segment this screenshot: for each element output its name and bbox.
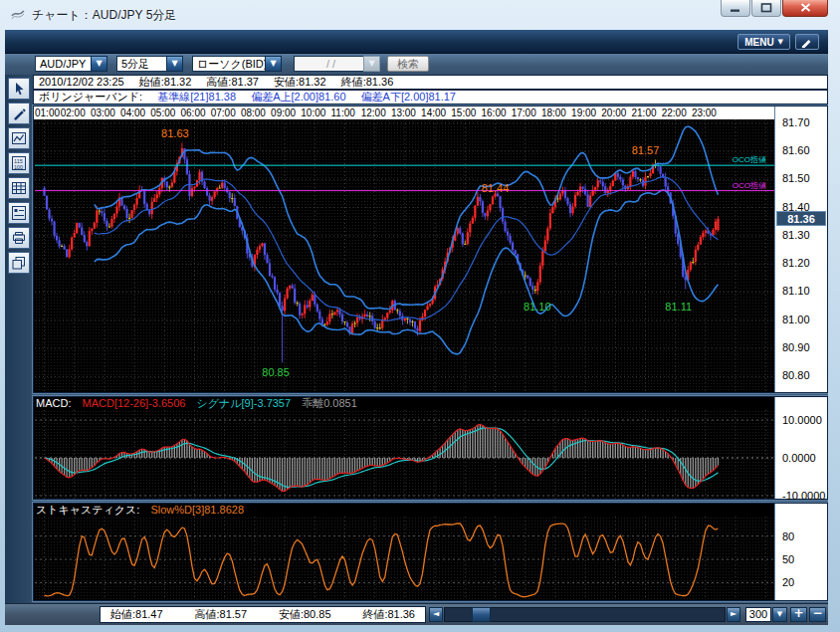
chart-annotation: 81.57 xyxy=(632,144,660,156)
settings-form-icon[interactable] xyxy=(8,202,30,224)
macd-tick: -10.0000 xyxy=(782,490,825,502)
window-title: チャート：AUD/JPY 5分足 xyxy=(32,7,176,24)
screen: チャート：AUD/JPY 5分足 MENU ▼ AUD/JPY ▼ 5分足 ▼ … xyxy=(0,0,840,632)
bar-count-arrow-icon[interactable]: ▼ xyxy=(772,607,787,622)
app-icon xyxy=(10,7,26,23)
price-tick: 81.70 xyxy=(782,116,810,128)
minimize-icon xyxy=(730,3,741,13)
menu-button[interactable]: MENU ▼ xyxy=(737,34,790,50)
chart-annotation: 80.85 xyxy=(262,366,290,378)
stochastics-tick: 20 xyxy=(782,576,794,588)
time-axis: 01:0002:0003:0004:0005:0006:0007:0008:00… xyxy=(34,106,774,119)
printer-icon[interactable] xyxy=(8,227,30,249)
quote-close: 終値:81.36 xyxy=(341,76,394,88)
time-tick: 08:00 xyxy=(241,107,266,118)
bar-count-input[interactable]: 300 xyxy=(745,607,771,622)
chevron-down-icon: ▼ xyxy=(778,38,783,46)
grid-layer xyxy=(35,119,774,391)
time-tick: 19:00 xyxy=(571,107,596,118)
session-high: 高値:81.57 xyxy=(194,607,247,622)
main-area: 2010/12/02 23:25 始値:81.32 高値:81.37 安値:81… xyxy=(33,75,828,603)
price-tick: 81.20 xyxy=(782,257,810,269)
indicator-chart-icon[interactable] xyxy=(8,127,30,149)
price-chart[interactable]: OCO指値OCO指値81.6381.5781.4481.1081.1180.85 xyxy=(35,119,774,391)
chart-annotation: 81.63 xyxy=(161,127,189,139)
price-tick: 81.10 xyxy=(782,285,810,297)
search-button[interactable]: 検索 xyxy=(387,56,429,72)
order-line-label: OCO指値 xyxy=(733,155,766,164)
zoom-out-button[interactable]: − xyxy=(809,607,826,622)
macd-divergence: 乖離0.0851 xyxy=(302,397,357,409)
stochastics-axis: 805020 xyxy=(774,504,827,600)
macd-tick: 10.0000 xyxy=(782,414,822,426)
time-tick: 02:00 xyxy=(61,107,86,118)
time-tick: 09:00 xyxy=(271,107,296,118)
bollinger-label: ボリンジャーバンド: xyxy=(39,91,142,103)
bollinger-upper: 偏差A上[2.00]81.60 xyxy=(251,91,345,103)
left-toolbar: 115100 xyxy=(5,75,33,603)
menu-button-label: MENU xyxy=(744,37,773,48)
close-icon xyxy=(800,3,811,13)
price-chart-panel: 01:0002:0003:0004:0005:0006:0007:0008:00… xyxy=(33,105,828,393)
quote-bar: 2010/12/02 23:25 始値:81.32 高値:81.37 安値:81… xyxy=(33,75,828,90)
time-tick: 21:00 xyxy=(632,107,657,118)
time-tick: 01:00 xyxy=(35,107,60,118)
stochastics-value: Slow%D[3]81.8628 xyxy=(150,504,244,516)
maximize-button[interactable] xyxy=(751,0,781,17)
time-tick: 23:00 xyxy=(692,107,717,118)
date-input[interactable]: / / xyxy=(294,56,364,72)
chart-annotation: 81.10 xyxy=(524,301,551,313)
close-button[interactable] xyxy=(782,0,828,17)
session-low: 安値:80.85 xyxy=(279,607,331,622)
price-tick: 81.00 xyxy=(782,314,810,325)
bollinger-center: 基準線[21]81.38 xyxy=(157,91,236,103)
macd-chart[interactable] xyxy=(35,410,774,499)
zoom-in-button[interactable]: + xyxy=(790,607,807,622)
minimize-button[interactable] xyxy=(721,0,750,17)
quote-list-icon[interactable]: 115100 xyxy=(8,152,30,174)
bottom-bar: 始値:81.47 高値:81.57 安値:80.85 終値:81.36 ◄ ► … xyxy=(5,603,828,625)
time-tick: 14:00 xyxy=(421,107,446,118)
time-tick: 07:00 xyxy=(211,107,236,118)
bollinger-bar: ボリンジャーバンド: 基準線[21]81.38 偏差A上[2.00]81.60 … xyxy=(33,90,828,105)
macd-header: MACD: MACD[12-26]-3.6506 シグナル[9]-3.7357 … xyxy=(36,397,772,410)
candles-layer xyxy=(43,142,719,362)
macd-label: MACD: xyxy=(36,397,71,409)
pointer-icon[interactable] xyxy=(8,78,30,100)
stochastics-chart[interactable] xyxy=(35,517,774,600)
maximize-icon xyxy=(760,3,772,13)
quote-low: 安値:81.32 xyxy=(274,76,326,88)
edit-pen-button[interactable] xyxy=(795,34,819,50)
price-axis: 81.7081.6081.5081.4081.3081.2081.1081.00… xyxy=(774,106,827,392)
timeframe-select[interactable]: 5分足 xyxy=(116,56,167,72)
price-tick: 80.80 xyxy=(782,369,810,381)
grid-icon[interactable] xyxy=(8,177,30,199)
menu-strip: MENU ▼ xyxy=(5,30,828,54)
stochastics-panel: ストキャスティクス: Slow%D[3]81.8628 805020 xyxy=(33,503,828,601)
titlebar[interactable]: チャート：AUD/JPY 5分足 xyxy=(0,0,840,30)
pair-select-arrow-icon[interactable]: ▼ xyxy=(91,56,107,72)
time-tick: 17:00 xyxy=(512,107,536,118)
time-tick: 04:00 xyxy=(120,107,145,118)
chart-window: チャート：AUD/JPY 5分足 MENU ▼ AUD/JPY ▼ 5分足 ▼ … xyxy=(0,0,840,632)
chart-style-select[interactable]: ローソク(BID) xyxy=(192,56,266,72)
svg-text:100: 100 xyxy=(14,164,23,170)
stochastics-tick: 50 xyxy=(782,553,794,565)
scroll-right-button[interactable]: ► xyxy=(727,607,740,622)
new-window-icon[interactable] xyxy=(8,252,30,274)
timeframe-select-arrow-icon[interactable]: ▼ xyxy=(166,56,183,72)
session-ohlc: 始値:81.47 高値:81.57 安値:80.85 終値:81.36 xyxy=(100,606,426,623)
pencil-icon[interactable] xyxy=(8,103,30,124)
pair-select[interactable]: AUD/JPY xyxy=(35,56,92,72)
scrollbar-thumb[interactable] xyxy=(472,607,491,622)
time-tick: 06:00 xyxy=(181,107,206,118)
chart-annotation: 81.11 xyxy=(665,301,692,313)
chart-style-select-arrow-icon[interactable]: ▼ xyxy=(265,56,282,72)
stochastics-tick: 80 xyxy=(782,530,794,542)
price-tick: 81.30 xyxy=(782,229,810,241)
quote-high: 高値:81.37 xyxy=(206,76,259,88)
time-tick: 11:00 xyxy=(331,107,355,118)
current-price-tag: 81.36 xyxy=(776,211,826,226)
time-tick: 20:00 xyxy=(601,107,626,118)
scroll-left-button[interactable]: ◄ xyxy=(429,607,443,622)
